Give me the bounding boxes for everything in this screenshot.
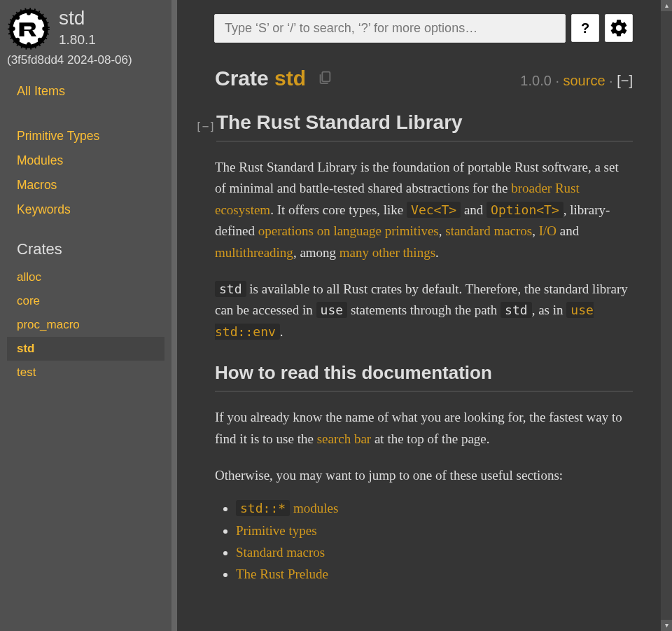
list-item: Primitive types xyxy=(236,520,633,541)
link-search-bar[interactable]: search bar xyxy=(317,431,372,446)
search-input[interactable] xyxy=(214,14,566,43)
link-std-modules[interactable]: std::* modules xyxy=(236,500,338,516)
link-std-macros[interactable]: standard macros xyxy=(445,223,532,238)
crate-header: Crate std 1.0.0 · source · [−] xyxy=(215,67,662,90)
sidebar-crates-heading: Crates xyxy=(17,240,164,258)
link-many-other[interactable]: many other things xyxy=(340,245,435,260)
sidebar-crate-name[interactable]: std xyxy=(59,7,96,29)
availability-paragraph: std is available to all Rust crates by d… xyxy=(215,279,633,342)
list-item: The Rust Prelude xyxy=(236,563,633,585)
sidebar-version: 1.80.1 xyxy=(59,32,96,48)
sidebar-crate-test[interactable]: test xyxy=(7,361,164,384)
scroll-down-arrow[interactable]: ▾ xyxy=(661,620,672,631)
svg-point-3 xyxy=(27,42,31,46)
svg-rect-10 xyxy=(322,72,330,82)
howto-paragraph-2: Otherwise, you may want to jump to one o… xyxy=(215,465,633,486)
svg-point-7 xyxy=(38,15,42,20)
crate-meta: 1.0.0 · source · [−] xyxy=(520,73,633,89)
doc-h2-howto: How to read this documentation xyxy=(215,362,633,391)
link-standard-macros[interactable]: Standard macros xyxy=(236,545,325,560)
sidebar-nav-section: Primitive Types Modules Macros Keywords xyxy=(17,124,164,222)
doc-h1: The Rust Standard Library xyxy=(216,111,633,141)
source-link[interactable]: source xyxy=(564,73,606,88)
sidebar-nav-keywords[interactable]: Keywords xyxy=(17,197,164,222)
rust-logo xyxy=(7,7,50,50)
doc-content: [−] The Rust Standard Library The Rust S… xyxy=(215,111,662,585)
since-version: 1.0.0 xyxy=(520,73,551,88)
svg-point-4 xyxy=(11,27,15,31)
sidebar-header: std 1.80.1 xyxy=(7,7,164,50)
main-content: ? Crate std 1.0.0 · source · [−] xyxy=(177,0,662,631)
settings-button[interactable] xyxy=(605,14,633,42)
intro-paragraph: The Rust Standard Library is the foundat… xyxy=(215,157,633,263)
link-primitive-types[interactable]: Primitive types xyxy=(236,523,317,538)
top-bar: ? xyxy=(214,14,662,43)
copy-path-button[interactable] xyxy=(317,69,332,88)
sidebar-crate-alloc[interactable]: alloc xyxy=(7,265,164,289)
help-button[interactable]: ? xyxy=(571,14,599,42)
svg-point-2 xyxy=(27,11,31,15)
crate-heading-name[interactable]: std xyxy=(274,67,306,90)
link-multithreading[interactable]: multithreading xyxy=(215,245,293,260)
list-item: std::* modules xyxy=(236,497,633,519)
sidebar-build-hash: (3f5fd8dd4 2024-08-06) xyxy=(7,53,164,67)
scrollbar-track[interactable]: ▴ ▾ xyxy=(661,0,672,631)
sidebar-crate-proc-macro[interactable]: proc_macro xyxy=(7,313,164,337)
svg-point-9 xyxy=(38,38,42,42)
sidebar-all-items[interactable]: All Items xyxy=(17,80,164,103)
sidebar-crates-list: alloc core proc_macro std test xyxy=(7,265,164,384)
sidebar: std 1.80.1 (3f5fd8dd4 2024-08-06) All It… xyxy=(0,0,172,631)
section-collapse-toggle[interactable]: [−] xyxy=(195,120,208,133)
sidebar-nav-macros[interactable]: Macros xyxy=(17,173,164,197)
sidebar-crate-std[interactable]: std xyxy=(7,337,164,361)
howto-paragraph-1: If you already know the name of what you… xyxy=(215,407,633,450)
svg-point-6 xyxy=(15,15,20,20)
svg-point-8 xyxy=(15,38,20,42)
sidebar-crate-core[interactable]: core xyxy=(7,289,164,313)
list-item: Standard macros xyxy=(236,541,633,563)
link-operations[interactable]: operations on language primitives xyxy=(258,223,439,238)
scroll-up-arrow[interactable]: ▴ xyxy=(661,0,672,11)
crate-heading: Crate std xyxy=(215,67,306,90)
clipboard-icon xyxy=(317,69,332,85)
jump-list: std::* modules Primitive types Standard … xyxy=(236,497,633,585)
collapse-all-toggle[interactable]: [−] xyxy=(617,73,633,88)
link-vec[interactable]: Vec<T> xyxy=(407,202,461,218)
sidebar-resizer[interactable] xyxy=(172,0,177,631)
svg-point-5 xyxy=(42,27,46,31)
link-option[interactable]: Option<T> xyxy=(486,202,564,218)
sidebar-nav-primitive-types[interactable]: Primitive Types xyxy=(17,124,164,148)
sidebar-nav-modules[interactable]: Modules xyxy=(17,148,164,173)
link-io[interactable]: I/O xyxy=(539,223,556,238)
link-rust-prelude[interactable]: The Rust Prelude xyxy=(236,567,328,581)
gear-icon xyxy=(609,18,629,38)
